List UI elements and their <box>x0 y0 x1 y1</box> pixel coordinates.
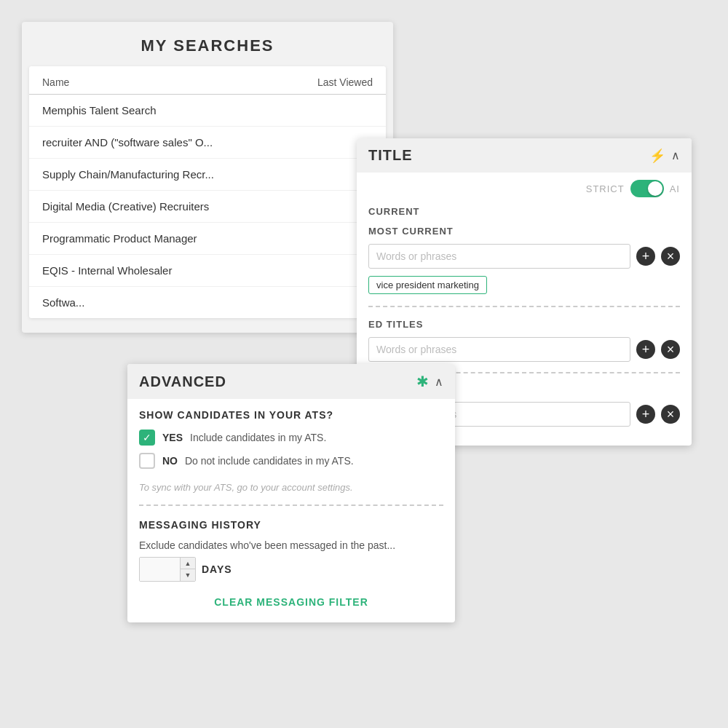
ats-section-title: SHOW CANDIDATES IN YOUR ATS? <box>139 409 443 421</box>
messaging-title: MESSAGING HISTORY <box>139 519 443 531</box>
messaging-row: Exclude candidates who've been messaged … <box>139 539 443 582</box>
current-section-label: CURRENT <box>357 200 692 220</box>
related-titles-input-row: + × <box>357 333 692 366</box>
checkmark-icon: ✓ <box>143 432 151 443</box>
lightning-icon: ⚡ <box>649 148 665 164</box>
add-button-2[interactable]: + <box>636 340 655 359</box>
list-item[interactable]: Digital Media (Creative) Recruiters <box>29 191 386 223</box>
my-searches-panel: MY SEARCHES Name Last Viewed Memphis Tal… <box>22 22 393 333</box>
advanced-chevron-up-icon[interactable]: ∧ <box>435 375 443 389</box>
remove-button-2[interactable]: × <box>661 340 680 359</box>
most-current-input-row: + × <box>357 240 692 273</box>
name-column-header: Name <box>42 76 69 88</box>
most-current-input[interactable] <box>368 244 630 269</box>
advanced-title: ADVANCED <box>139 373 226 390</box>
strict-row: STRICT AI <box>357 173 692 200</box>
yes-label: YES <box>162 432 183 443</box>
messaging-text1: Exclude candidates who've been messaged … <box>139 539 395 551</box>
my-searches-title: MY SEARCHES <box>22 22 393 66</box>
advanced-header: ADVANCED ✱ ∧ <box>127 364 455 399</box>
tag-row: vice president marketing <box>357 273 692 300</box>
days-label: DAYS <box>202 563 232 575</box>
advanced-header-right: ✱ ∧ <box>416 373 443 390</box>
list-item[interactable]: Programmatic Product Manager <box>29 223 386 255</box>
no-description: Do not include candidates in my ATS. <box>185 455 354 467</box>
list-item[interactable]: Softwa... <box>29 287 386 318</box>
searches-table-header: Name Last Viewed <box>29 66 386 95</box>
add-button[interactable]: + <box>636 247 655 266</box>
days-arrows: ▲ ▼ <box>180 558 195 581</box>
list-item[interactable]: Memphis Talent Search <box>29 95 386 127</box>
lastviewed-column-header: Last Viewed <box>317 76 373 88</box>
messaging-section: MESSAGING HISTORY Exclude candidates who… <box>127 512 455 608</box>
list-item[interactable]: EQIS - Internal Wholesaler <box>29 255 386 287</box>
title-header-left: TITLE <box>368 147 413 164</box>
no-label: NO <box>162 455 178 467</box>
strict-toggle[interactable] <box>630 180 664 197</box>
divider-3 <box>139 505 443 506</box>
strict-label: STRICT <box>586 183 625 194</box>
searches-table: Name Last Viewed Memphis Talent Search r… <box>29 66 386 318</box>
title-panel-title: TITLE <box>368 147 413 164</box>
days-input-wrap: ▲ ▼ <box>139 557 196 582</box>
title-header-right: ⚡ ∧ <box>649 148 680 164</box>
ats-sync-note: To sync with your ATS, go to your accoun… <box>127 482 455 499</box>
toggle-knob <box>648 181 662 196</box>
ats-yes-option[interactable]: ✓ YES Include candidates in my ATS. <box>139 430 443 446</box>
title-panel-header: TITLE ⚡ ∧ <box>357 138 692 173</box>
ai-label: AI <box>670 183 680 194</box>
ats-no-option[interactable]: NO Do not include candidates in my ATS. <box>139 453 443 469</box>
remove-button[interactable]: × <box>661 247 680 266</box>
ats-section: SHOW CANDIDATES IN YOUR ATS? ✓ YES Inclu… <box>127 399 455 482</box>
days-input[interactable] <box>140 558 180 581</box>
chevron-up-icon[interactable]: ∧ <box>671 149 680 162</box>
related-titles-label: ED TITLES <box>357 313 692 333</box>
asterisk-icon: ✱ <box>416 373 429 390</box>
days-up-arrow[interactable]: ▲ <box>181 558 195 569</box>
yes-description: Include candidates in my ATS. <box>190 432 326 443</box>
related-titles-input[interactable] <box>368 337 630 362</box>
days-down-arrow[interactable]: ▼ <box>181 569 195 581</box>
list-item[interactable]: Supply Chain/Manufacturing Recr... <box>29 159 386 191</box>
most-current-label: MOST CURRENT <box>357 220 692 240</box>
list-item[interactable]: recruiter AND ("software sales" O... <box>29 127 386 159</box>
title-tag[interactable]: vice president marketing <box>368 276 487 294</box>
no-checkbox[interactable] <box>139 453 155 469</box>
clear-messaging-link[interactable]: CLEAR MESSAGING FILTER <box>139 593 443 608</box>
advanced-panel: ADVANCED ✱ ∧ SHOW CANDIDATES IN YOUR ATS… <box>127 364 455 622</box>
remove-button-3[interactable]: × <box>661 405 680 424</box>
divider <box>368 306 680 307</box>
add-button-3[interactable]: + <box>636 405 655 424</box>
yes-checkbox[interactable]: ✓ <box>139 430 155 446</box>
